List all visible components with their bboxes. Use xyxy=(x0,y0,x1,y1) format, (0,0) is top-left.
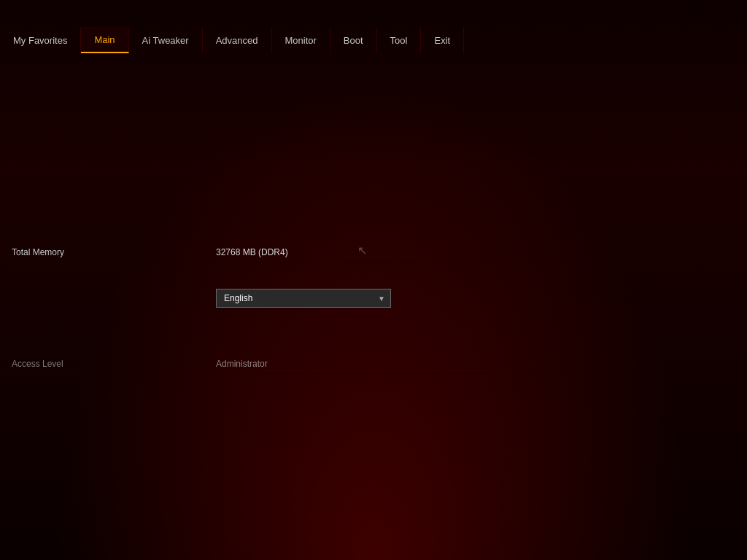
bios-info-header: BIOS Information xyxy=(0,57,612,77)
qfan-control-btn[interactable]: ⚙ Qfan Control(F6) xyxy=(497,9,568,18)
cpu-speed-row: Speed 3925 MHz xyxy=(0,222,612,242)
nav-tool[interactable]: Tool xyxy=(377,27,422,53)
fan-icon: ⚙ xyxy=(497,9,504,18)
brand-string-row: Brand String AMD Ryzen 5 1600X Six-Core … xyxy=(0,201,612,222)
memory-speed-row: Speed 3200 MHz xyxy=(0,262,612,283)
build-date-value: 04/20/2018 xyxy=(217,102,600,112)
system-time-label: System Time xyxy=(12,338,216,349)
copyright-text: Version 2.17.1246. Copyright (C) 2018 Am… xyxy=(0,543,747,551)
system-language-label: System Language xyxy=(12,293,216,304)
hardware-monitor-panel: 🖥 Hardware Monitor CPU Frequency Tempera… xyxy=(612,54,747,524)
bios-version-label: BIOS Version xyxy=(12,82,217,92)
mem-freq-row: Frequency Voltage xyxy=(622,206,738,214)
led-ec-version-row: LED EC Version LED-0116 xyxy=(0,158,612,179)
total-memory-label: Total Memory xyxy=(12,247,216,257)
hotkeys-btn[interactable]: Hot Keys ? xyxy=(686,7,740,20)
status-bar: i Choose the default language xyxy=(0,497,612,524)
cpu-freq-row: Frequency Temperature xyxy=(622,107,738,115)
content-area: BIOS Information BIOS Version 4012 x64 B… xyxy=(0,54,747,524)
ez-mode-link[interactable]: EzMode(F7) ↵ xyxy=(581,534,657,543)
top-bar-items: 🌐 English 🔖 MyFavorite(F3) ⚙ Qfan Contro… xyxy=(366,7,740,20)
total-memory-row: Total Memory 32768 MB (DDR4) ↖ xyxy=(0,242,612,262)
ez-tuning-btn[interactable]: 💡 EZ Tuning Wizard(F11) xyxy=(579,9,676,18)
system-date-row[interactable]: System Date 09/26/2018 xyxy=(0,313,612,333)
rog-logo xyxy=(7,4,34,24)
main-content: BIOS Information BIOS Version 4012 x64 B… xyxy=(0,54,612,524)
bottom-bar: Last Modified EzMode(F7) ↵ Search on FAQ… xyxy=(0,524,747,560)
nav-my-favorites[interactable]: My Favorites xyxy=(0,27,81,53)
memory-speed-value: 3200 MHz xyxy=(216,268,600,278)
cursor-icon: ↖ xyxy=(357,244,367,257)
language-dropdown-wrapper[interactable]: English French German Spanish Chinese ▼ xyxy=(216,289,391,308)
svg-point-2 xyxy=(18,15,23,19)
v33-row: +3.3V xyxy=(622,306,738,314)
main-container: UEFI BIOS Utility – Advanced Mode 09/26/… xyxy=(0,0,747,560)
total-memory-value: 32768 MB (DDR4) xyxy=(216,247,600,257)
bios-version-row: BIOS Version 4012 x64 xyxy=(0,77,612,97)
nav-ai-tweaker[interactable]: Ai Tweaker xyxy=(129,27,203,53)
v33-val-row: 3.291 V xyxy=(622,315,738,327)
brand-string-value: AMD Ryzen 5 1600X Six-Core Processor xyxy=(216,206,600,217)
nav-advanced[interactable]: Advanced xyxy=(203,27,272,53)
clock-area: 09/26/2018 Wednesday 06:31 ⚙ xyxy=(216,4,314,23)
search-faq-link[interactable]: Search on FAQ xyxy=(657,534,735,543)
clock-date: 09/26/2018 Wednesday xyxy=(216,6,255,22)
hw-cpu-section: CPU Frequency Temperature 3925 MHz 47°C … xyxy=(613,88,747,178)
cpu-apu-row: APU Freq Ratio xyxy=(622,130,738,138)
nav-exit[interactable]: Exit xyxy=(421,27,464,53)
cpu-speed-label: Speed xyxy=(12,227,216,237)
content-spacer xyxy=(0,374,612,497)
v12-row: +12V +5V xyxy=(622,283,738,291)
ez-mode-icon: ↵ xyxy=(639,535,645,543)
top-bar: UEFI BIOS Utility – Advanced Mode 09/26/… xyxy=(0,0,747,28)
bios-version-value: 4012 x64 xyxy=(217,82,600,92)
access-level-row: Access Level Administrator xyxy=(0,354,612,374)
last-modified-link[interactable]: Last Modified xyxy=(509,534,581,543)
hw-voltage-section: Voltage +12V +5V 11.968 V 4.959 V +3.3V … xyxy=(613,264,747,331)
nav-main[interactable]: Main xyxy=(81,27,128,53)
settings-icon[interactable]: ⚙ xyxy=(304,8,314,20)
heart-icon: 🔖 xyxy=(417,9,427,18)
hw-cpu-title: CPU xyxy=(622,91,738,104)
led-ec-value: LED-0116 xyxy=(216,163,600,174)
logo-area xyxy=(7,4,34,24)
nav-bar: My Favorites Main Ai Tweaker Advanced Mo… xyxy=(0,28,747,54)
cpu-speed-value: 3925 MHz xyxy=(216,227,600,237)
cpu-voltage-val-row: 1.426 V xyxy=(622,162,738,174)
brand-string-label: Brand String xyxy=(12,206,216,217)
system-time-row[interactable]: System Time 06:31:02 xyxy=(0,333,612,354)
system-date-label: System Date xyxy=(12,318,216,328)
led-ec-label: LED EC Version xyxy=(12,163,216,174)
tuning-icon: 💡 xyxy=(579,9,589,18)
system-date-value: 09/26/2018 xyxy=(216,318,600,328)
globe-icon: 🌐 xyxy=(366,9,376,18)
my-favorite-btn[interactable]: 🔖 MyFavorite(F3) xyxy=(417,9,485,18)
build-date-label: Build Date xyxy=(12,102,217,112)
status-text: Choose the default language xyxy=(34,506,145,516)
mem-capacity-val-row: 32768 MB xyxy=(622,238,738,250)
access-level-value: Administrator xyxy=(216,359,600,369)
cpu-info-header: CPU Information xyxy=(0,182,612,201)
mem-capacity-row: Capacity xyxy=(622,229,738,237)
sidebar-divider-2 xyxy=(622,259,738,260)
nav-monitor[interactable]: Monitor xyxy=(272,27,330,53)
hw-voltage-title: Voltage xyxy=(622,267,738,280)
info-icon: i xyxy=(12,504,26,518)
language-dropdown[interactable]: English French German Spanish Chinese xyxy=(216,289,391,308)
hw-memory-title: Memory xyxy=(622,190,738,203)
bios-title: UEFI BIOS Utility – Advanced Mode xyxy=(44,8,203,19)
cpu-apu-val-row: 100.00 MHz 39.25x xyxy=(622,139,738,151)
system-language-row[interactable]: System Language English French German Sp… xyxy=(0,283,612,313)
language-selector[interactable]: 🌐 English xyxy=(366,9,406,18)
nav-boot[interactable]: Boot xyxy=(330,27,377,53)
hardware-monitor-title: 🖥 Hardware Monitor xyxy=(613,60,747,84)
cpu-freq-val-row: 3925 MHz 47°C xyxy=(622,117,738,128)
ec2-label: EC2 Version xyxy=(12,143,216,153)
system-time-value: 06:31:02 xyxy=(216,338,600,349)
sidebar-divider-1 xyxy=(622,182,738,183)
ec2-value: RGE2-AM4-0106 xyxy=(216,143,600,153)
ec1-value: MBEC-AM4-0326 xyxy=(216,122,600,133)
cpu-voltage-row: Core Voltage xyxy=(622,152,738,160)
ec2-version-row: EC2 Version RGE2-AM4-0106 xyxy=(0,138,612,158)
ec1-version-row: EC1 Version MBEC-AM4-0326 xyxy=(0,117,612,138)
